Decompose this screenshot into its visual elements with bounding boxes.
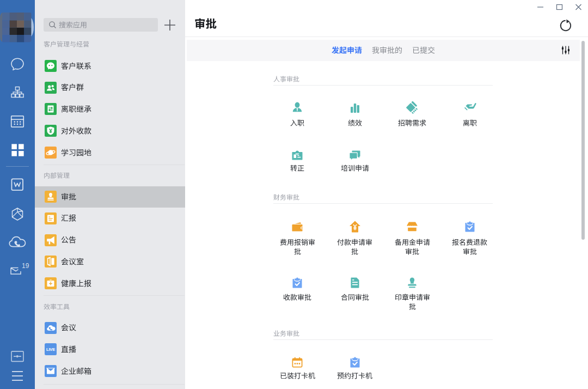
svg-text:LIVE: LIVE xyxy=(46,347,55,352)
